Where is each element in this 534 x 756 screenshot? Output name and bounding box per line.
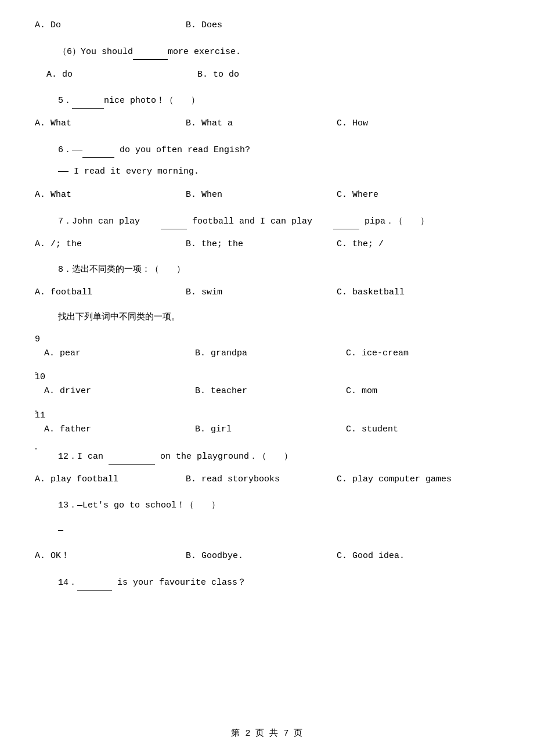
q14-stem: 14． is your favourite class？ — [35, 574, 499, 591]
q6b-options: A. What B. When C. Where — [35, 187, 499, 204]
option-b-teacher: B. teacher — [195, 383, 346, 400]
q5-options: A. What B. What a C. How — [35, 116, 499, 132]
option-b-whata: B. What a — [186, 116, 337, 132]
q7-blank2 — [333, 213, 359, 229]
option-a-pear: A. pear — [44, 345, 195, 362]
q11-num: 11 — [35, 409, 499, 422]
q9-options: A. pear B. grandpa C. ice-cream — [35, 345, 499, 362]
q13-options: A. OK！ B. Goodbye. C. Good idea. — [35, 548, 499, 565]
option-a-do: A. Do — [35, 17, 186, 34]
q10-options: A. driver B. teacher C. mom — [35, 383, 499, 400]
q11-options: A. father B. girl C. student — [35, 422, 499, 438]
q6-stem: （6）You should more exercise. — [35, 44, 499, 60]
option-c-icecream: C. ice-cream — [346, 345, 497, 362]
option-b-grandpa: B. grandpa — [195, 345, 346, 362]
option-b-the-the: B. the; the — [186, 236, 337, 253]
option-c-goodidea: C. Good idea. — [337, 548, 488, 565]
option-c-mom: C. mom — [346, 383, 497, 400]
option-a-football: A. football — [35, 285, 186, 301]
q5-stem: 5． nice photo！（ ） — [35, 92, 499, 109]
page-footer: 第 2 页 共 7 页 — [0, 728, 534, 739]
find-different-label: 找出下列单词中不同类的一项。 — [35, 309, 499, 325]
option-a-what2: A. What — [35, 187, 186, 204]
option-b-does: B. Does — [186, 17, 337, 34]
q14-blank — [77, 574, 112, 591]
q12-blank — [109, 448, 155, 465]
option-b-read-storybooks: B. read storybooks — [186, 471, 337, 488]
option-b-goodbye: B. Goodbye. — [186, 548, 337, 565]
option-b-when: B. When — [186, 187, 337, 204]
option-c-the-slash: C. the; / — [337, 236, 488, 253]
option-c-where: C. Where — [337, 187, 488, 204]
option-a-ok: A. OK！ — [35, 548, 186, 565]
q9-num: 9 — [35, 333, 499, 345]
option-a-driver: A. driver — [44, 383, 195, 400]
q8-options: A. football B. swim C. basketball — [35, 285, 499, 301]
option-b-todo: B. to do — [197, 67, 348, 84]
option-c-student: C. student — [346, 422, 497, 438]
page-number: 第 2 页 共 7 页 — [231, 729, 302, 739]
option-c-how: C. How — [337, 116, 488, 132]
q13-response-line: — — [35, 523, 499, 539]
q6b-blank — [82, 142, 114, 158]
q12-stem: 12．I can on the playground．（ ） — [35, 448, 499, 465]
option-c-basketball: C. basketball — [337, 285, 488, 301]
q6b-stem: 6．—— do you often read Engish? — [35, 142, 499, 158]
options-ado-bdoes: A. Do B. Does — [35, 17, 499, 34]
option-b-swim: B. swim — [186, 285, 337, 301]
option-a-slash-the: A. /; the — [35, 236, 186, 253]
q13-stem: 13．—Let's go to school！（ ） — [35, 498, 499, 513]
q8-stem: 8．选出不同类的一项：（ ） — [35, 262, 499, 278]
q6-blank — [133, 44, 168, 60]
q6b-answer-line: —— I read it every morning. — [35, 164, 499, 181]
option-a-play-football: A. play football — [35, 471, 186, 488]
option-a-do2: A. do — [46, 67, 197, 84]
q12-options: A. play football B. read storybooks C. p… — [35, 471, 499, 488]
option-a-father: A. father — [44, 422, 195, 438]
option-a-what: A. What — [35, 116, 186, 132]
q5-blank — [72, 92, 104, 109]
q7-options: A. /; the B. the; the C. the; / — [35, 236, 499, 253]
option-b-girl: B. girl — [195, 422, 346, 438]
q7-blank1 — [161, 213, 187, 229]
q6-options: A. do B. to do — [35, 67, 499, 84]
q7-stem: 7．John can play football and I can play … — [35, 213, 499, 229]
q10-num: 10 — [35, 371, 499, 383]
page-content: A. Do B. Does （6）You should more exercis… — [35, 17, 499, 591]
option-c-play-computer: C. play computer games — [337, 471, 464, 488]
